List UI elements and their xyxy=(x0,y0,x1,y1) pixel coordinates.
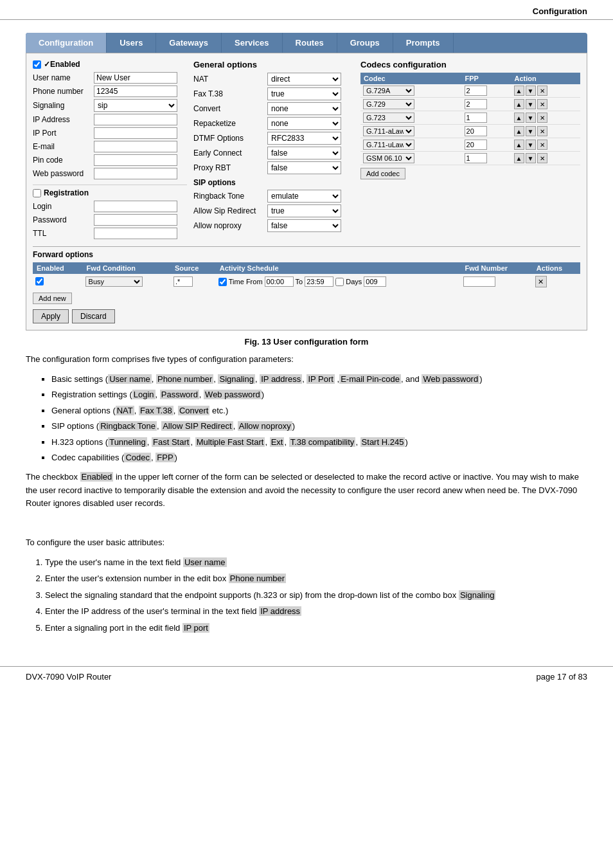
codec-fpp-input[interactable] xyxy=(465,153,487,163)
codec-move-down-button[interactable]: ▼ xyxy=(526,99,536,109)
proxy-rbt-select[interactable]: false true xyxy=(267,161,341,174)
repacketize-select[interactable]: none xyxy=(267,117,341,130)
bullet-item-3: General options (NAT, Fax T.38, Convert … xyxy=(51,404,587,417)
codec-actions: ▲ ▼ ✕ xyxy=(514,86,578,96)
nat-select[interactable]: direct stun xyxy=(267,73,341,86)
tab-gateways[interactable]: Gateways xyxy=(156,33,222,53)
repacketize-row: Repacketize none xyxy=(193,117,354,130)
codec-move-up-button[interactable]: ▲ xyxy=(514,86,524,96)
convert-select[interactable]: none true xyxy=(267,102,341,115)
codec-move-down-button[interactable]: ▼ xyxy=(526,86,536,96)
fwd-number-input[interactable] xyxy=(463,276,495,287)
intro-paragraph: The configuration form comprises five ty… xyxy=(26,353,587,366)
dtmf-label: DTMF Options xyxy=(193,134,267,143)
codec-fpp-input[interactable] xyxy=(465,113,487,123)
forward-col-condition: Fwd Condition xyxy=(83,262,171,274)
forward-condition-select[interactable]: Busy No Answer Unconditional xyxy=(85,276,143,287)
forward-row: Busy No Answer Unconditional Time From xyxy=(33,274,580,289)
codec-name-select[interactable]: GSM 06.10 xyxy=(363,153,414,163)
user-name-input[interactable] xyxy=(94,72,177,84)
allow-noproxy-select[interactable]: false true xyxy=(267,219,341,232)
time-label: Time From xyxy=(229,278,263,285)
time-from-input[interactable] xyxy=(265,276,294,287)
user-name-label: User name xyxy=(33,73,94,82)
pin-code-input[interactable] xyxy=(94,154,177,166)
codec-fpp-input[interactable] xyxy=(465,86,487,96)
allow-noproxy-label: Allow noproxy xyxy=(193,221,267,230)
phone-number-row: Phone number xyxy=(33,86,187,97)
codec-name-select[interactable]: G.729A xyxy=(363,86,414,96)
tab-users[interactable]: Users xyxy=(107,33,156,53)
forward-section: Forward options Enabled Fwd Condition So… xyxy=(33,246,580,304)
codec-delete-button[interactable]: ✕ xyxy=(537,86,547,96)
days-input[interactable] xyxy=(364,276,386,287)
discard-button[interactable]: Discard xyxy=(72,309,115,323)
codec-delete-button[interactable]: ✕ xyxy=(537,153,547,163)
enabled-checkbox[interactable] xyxy=(33,60,41,69)
codec-delete-button[interactable]: ✕ xyxy=(537,126,547,136)
ringback-tone-select[interactable]: emulate passthru xyxy=(267,190,341,203)
codec-move-up-button[interactable]: ▲ xyxy=(514,113,524,123)
time-to-label: To xyxy=(296,278,303,285)
allow-sip-redirect-select[interactable]: true false xyxy=(267,204,341,217)
add-new-button[interactable]: Add new xyxy=(33,293,72,304)
user-name-row: User name xyxy=(33,72,187,84)
forward-enabled-checkbox[interactable] xyxy=(35,277,44,285)
tab-routes[interactable]: Routes xyxy=(283,33,337,53)
tab-prompts[interactable]: Prompts xyxy=(393,33,454,53)
codec-move-down-button[interactable]: ▼ xyxy=(526,153,536,163)
tab-configuration[interactable]: Configuration xyxy=(26,33,107,53)
time-checkbox[interactable] xyxy=(218,278,227,286)
ip-port-label: IP Port xyxy=(33,129,94,138)
codec-move-up-button[interactable]: ▲ xyxy=(514,153,524,163)
codec-move-up-button[interactable]: ▲ xyxy=(514,140,524,150)
codec-move-down-button[interactable]: ▼ xyxy=(526,126,536,136)
codec-delete-button[interactable]: ✕ xyxy=(537,113,547,123)
web-password-input[interactable] xyxy=(94,168,177,179)
codec-name-select[interactable]: G.711-uLaw xyxy=(363,140,414,150)
password-input[interactable] xyxy=(94,214,177,226)
codec-name-select[interactable]: G.711-aLaw xyxy=(363,126,414,136)
phone-number-input[interactable] xyxy=(94,86,177,97)
enabled-label: ✓Enabled xyxy=(44,60,80,69)
codec-name-select[interactable]: G.723 xyxy=(363,113,414,123)
codec-move-up-button[interactable]: ▲ xyxy=(514,126,524,136)
codec-fpp-input[interactable] xyxy=(465,99,487,109)
tab-groups[interactable]: Groups xyxy=(337,33,393,53)
email-input[interactable] xyxy=(94,141,177,152)
codec-fpp-input[interactable] xyxy=(465,126,487,136)
ttl-input[interactable] xyxy=(94,228,177,239)
early-connect-select[interactable]: false true xyxy=(267,147,341,159)
ip-address-input[interactable] xyxy=(94,114,177,125)
codec-delete-button[interactable]: ✕ xyxy=(537,140,547,150)
ringback-tone-row: Ringback Tone emulate passthru xyxy=(193,190,354,203)
codec-move-down-button[interactable]: ▼ xyxy=(526,113,536,123)
login-input[interactable] xyxy=(94,201,177,212)
signaling-label: Signaling xyxy=(33,101,94,110)
forward-options-title: Forward options xyxy=(33,250,580,259)
forward-source-input[interactable] xyxy=(173,276,193,287)
add-codec-button[interactable]: Add codec xyxy=(360,168,405,179)
codec-name-select[interactable]: G.729 xyxy=(363,99,414,109)
codec-fpp-input[interactable] xyxy=(465,140,487,150)
numbered-item-4: Enter the IP address of the user's termi… xyxy=(45,605,587,618)
pin-code-row: Pin code xyxy=(33,154,187,166)
days-checkbox[interactable] xyxy=(335,278,344,286)
tab-services[interactable]: Services xyxy=(222,33,283,53)
sip-options-title: SIP options xyxy=(193,178,354,187)
time-to-input[interactable] xyxy=(305,276,333,287)
codec-delete-button[interactable]: ✕ xyxy=(537,99,547,109)
dtmf-select[interactable]: RFC2833 inband xyxy=(267,132,341,145)
forward-delete-button[interactable]: ✕ xyxy=(535,276,547,287)
signaling-select[interactable]: sip h.323 xyxy=(94,99,177,112)
fax-t38-select[interactable]: true false xyxy=(267,87,341,100)
web-password-row: Web password xyxy=(33,168,187,179)
codec-actions: ▲ ▼ ✕ xyxy=(514,126,578,136)
codec-move-up-button[interactable]: ▲ xyxy=(514,99,524,109)
registration-checkbox[interactable] xyxy=(33,189,41,197)
ip-address-row: IP Address xyxy=(33,114,187,125)
codec-move-down-button[interactable]: ▼ xyxy=(526,140,536,150)
ip-port-input[interactable] xyxy=(94,127,177,139)
apply-button[interactable]: Apply xyxy=(33,309,69,323)
ip-port-row: IP Port xyxy=(33,127,187,139)
